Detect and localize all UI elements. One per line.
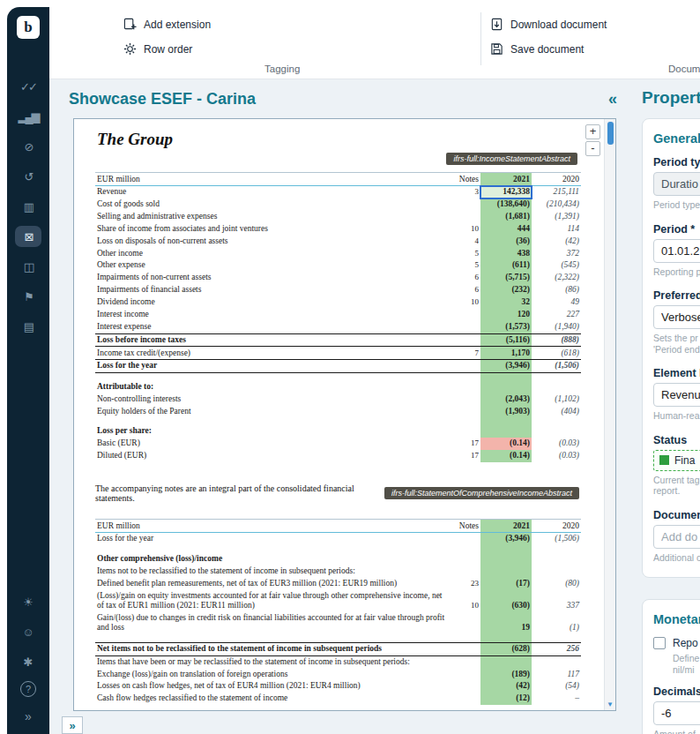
fact-cell-2020[interactable]: (42) — [532, 236, 581, 248]
vertical-scrollbar[interactable]: ▼ — [604, 119, 615, 710]
refresh-icon[interactable]: ↺ — [15, 166, 41, 187]
fact-cell-2020[interactable]: (1) — [532, 612, 581, 634]
documentation-input[interactable] — [653, 525, 700, 549]
fact-cell-2021[interactable]: (12) — [480, 693, 532, 705]
fact-cell-2021[interactable]: (189) — [480, 668, 532, 680]
fact-cell-2021[interactable] — [480, 381, 532, 393]
fact-cell-2020[interactable]: 215,111 — [532, 186, 581, 198]
fact-cell-2020[interactable]: (1,102) — [532, 393, 581, 406]
period-type-input[interactable] — [653, 172, 700, 196]
fact-cell-2020[interactable]: – — [532, 693, 581, 705]
fact-cell-2021[interactable]: (1,903) — [480, 405, 532, 417]
scroll-down-button[interactable]: ▼ — [605, 700, 615, 708]
fact-cell-2021[interactable] — [480, 565, 532, 578]
comment-icon[interactable]: ▥ — [15, 196, 41, 217]
fact-cell-2020[interactable]: 372 — [532, 247, 581, 259]
fact-cell-2020[interactable]: (0.03) — [532, 438, 581, 450]
fact-cell-2021[interactable]: (232) — [480, 284, 532, 296]
fact-cell-2020[interactable]: 337 — [532, 589, 581, 611]
fact-cell-2021[interactable]: (630) — [480, 589, 532, 611]
fact-cell-2021[interactable] — [480, 425, 532, 438]
fact-cell-2020[interactable]: (545) — [532, 259, 581, 272]
fact-cell-2020[interactable]: (888) — [532, 333, 581, 347]
report-nil-row[interactable]: Repo — [653, 637, 700, 649]
element-label-input[interactable] — [653, 383, 700, 407]
period-input[interactable] — [653, 239, 700, 263]
fact-cell-2021[interactable]: 438 — [480, 247, 532, 259]
fact-cell-2020[interactable]: (0.03) — [532, 450, 581, 462]
fact-cell-2020[interactable] — [532, 425, 581, 438]
decimals-input[interactable] — [653, 701, 700, 725]
tag-badge-comprehensive-income[interactable]: ifrs-full:StatementOfComprehensiveIncome… — [384, 487, 579, 499]
fact-cell-2021[interactable]: (0.14) — [480, 438, 532, 450]
slash-circle-icon[interactable]: ⊘ — [15, 136, 41, 157]
fact-cell-2021[interactable]: (5,116) — [480, 333, 532, 347]
fact-cell-2020[interactable] — [532, 545, 581, 553]
fact-cell-2021[interactable]: (3,946) — [480, 532, 532, 544]
fact-cell-2020[interactable]: (54) — [532, 680, 581, 693]
fact-cell-2021[interactable]: (628) — [480, 642, 532, 655]
fact-cell-2020[interactable]: (618) — [532, 347, 581, 360]
zoom-in-button[interactable]: + — [585, 124, 600, 139]
user-icon[interactable]: ☺ — [15, 621, 41, 642]
expand-panel-button[interactable]: » — [62, 716, 83, 734]
collapse-panel-icon[interactable]: « — [608, 90, 617, 109]
scrollbar-thumb[interactable] — [607, 122, 614, 145]
fact-cell-2020[interactable]: (2,322) — [532, 272, 581, 284]
fact-cell-2021[interactable] — [480, 417, 532, 425]
fact-cell-2020[interactable]: 256 — [532, 642, 581, 655]
preferred-input[interactable] — [653, 305, 700, 329]
fact-cell-2021[interactable] — [480, 373, 532, 381]
fact-cell-2021[interactable]: (3,946) — [480, 360, 532, 373]
fact-cell-2021[interactable] — [480, 545, 532, 553]
fact-cell-2021[interactable]: 19 — [480, 612, 532, 634]
fact-cell-2021[interactable]: (611) — [480, 259, 532, 272]
fact-cell-2020[interactable] — [532, 417, 581, 425]
fact-cell-2020[interactable]: (1,940) — [532, 321, 581, 333]
download-document-button[interactable]: Download document — [490, 18, 607, 31]
double-check-icon[interactable]: ✓✓ — [15, 76, 41, 97]
tagging-view-icon[interactable]: ⊠ — [15, 226, 41, 247]
fact-cell-2020[interactable]: 114 — [532, 223, 581, 236]
fact-cell-2021[interactable]: 32 — [480, 296, 532, 309]
fact-cell-2020[interactable] — [532, 381, 581, 393]
fact-cell-2021[interactable]: (17) — [480, 578, 532, 590]
fact-cell-2021[interactable]: (1,681) — [480, 211, 532, 223]
fact-cell-2021[interactable]: 444 — [480, 223, 532, 236]
fact-cell-2020[interactable] — [532, 373, 581, 381]
fact-cell-2020[interactable]: (1,506) — [532, 360, 581, 373]
fact-cell-2020[interactable]: (80) — [532, 578, 581, 590]
fact-cell-2021[interactable]: (1,573) — [480, 321, 532, 333]
settings-icon[interactable]: ✱ — [15, 651, 41, 672]
fact-cell-2021[interactable] — [480, 634, 532, 642]
fact-cell-2020[interactable]: (86) — [532, 284, 581, 296]
fact-cell-2020[interactable]: (1,506) — [532, 532, 581, 544]
fact-cell-2020[interactable]: 49 — [532, 296, 581, 309]
theme-icon[interactable]: ☀ — [15, 591, 41, 612]
fact-cell-2021[interactable]: (0.14) — [480, 450, 532, 462]
tag-badge-income-statement[interactable]: ifrs-full:IncomeStatementAbstract — [446, 153, 577, 165]
help-icon[interactable]: ? — [20, 681, 36, 697]
bar-chart-icon[interactable]: ▂▄▆ — [15, 106, 41, 127]
fact-cell-2021[interactable] — [480, 553, 532, 565]
fact-cell-2020[interactable]: 117 — [532, 668, 581, 680]
status-badge[interactable]: Fina — [653, 450, 700, 471]
save-document-button[interactable]: Save document — [490, 42, 584, 56]
fact-cell-2020[interactable]: (404) — [532, 405, 581, 417]
fact-cell-2020[interactable] — [532, 655, 581, 668]
fact-cell-2021[interactable]: 120 — [480, 309, 532, 321]
fact-cell-2020[interactable]: (1,391) — [532, 211, 581, 223]
fact-cell-2021[interactable]: (138,640) — [480, 198, 532, 211]
fact-cell-2020[interactable]: (210,434) — [532, 198, 581, 211]
fact-cell-2021[interactable]: (42) — [480, 680, 532, 693]
fact-cell-2021[interactable]: 142,338 — [480, 186, 532, 198]
fact-cell-2020[interactable] — [532, 634, 581, 642]
fact-cell-2020[interactable]: 227 — [532, 309, 581, 321]
layers-icon[interactable]: ◫ — [15, 256, 41, 277]
fact-cell-2020[interactable] — [532, 553, 581, 565]
fact-cell-2021[interactable] — [480, 655, 532, 668]
fact-cell-2021[interactable]: (2,043) — [480, 393, 532, 406]
zoom-out-button[interactable]: - — [585, 141, 600, 156]
row-order-button[interactable]: Row order — [123, 42, 192, 56]
clipboard-icon[interactable]: ▤ — [15, 316, 41, 337]
